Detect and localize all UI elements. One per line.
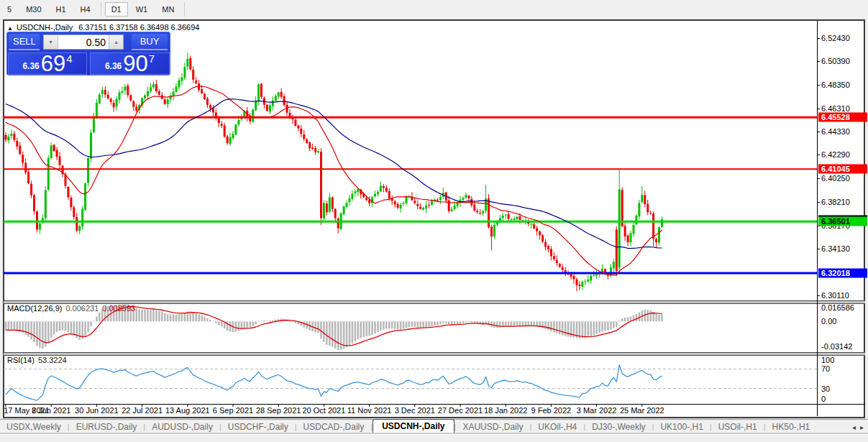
date-axis-label: 9 Feb 2022 [526,406,576,415]
price-axis-tick [817,155,820,155]
macd-signal-value: 0.008593 [102,304,135,313]
date-axis-label: 6 Sep 2021 [208,406,258,415]
chart-tab-ukoil[interactable]: UKOil-,H4 [531,420,583,433]
sell-price-display[interactable]: 6.36 69 4 [8,52,87,75]
chart-tab-usoil[interactable]: USOil-,H1 [712,420,764,433]
chart-tab-uk100[interactable]: UK100-,H1 [654,420,709,433]
price-axis-tick [817,132,820,132]
one-click-trading-panel: SELL ▼ ▲ BUY 6.36 69 4 6.36 90 7 [6,32,170,75]
timeframe-button-mn[interactable]: MN [155,2,181,17]
price-axis-label: 6.42290 [821,150,850,159]
price-axis-label: 6.44330 [821,127,850,136]
timeframe-button-m30[interactable]: M30 [19,2,47,17]
price-axis-label: 6.52430 [821,34,850,42]
price-axis-tick [817,249,820,249]
date-axis-label: 20 Oct 2021 [298,406,349,415]
rsi-name: RSI(14) [7,356,35,364]
price-axis-tick [817,85,820,86]
price-axis-tick [817,295,820,296]
chart-tab-usdcnh[interactable]: USDCNH-,Daily [373,419,454,433]
volume-decrease-button[interactable]: ▼ [44,35,58,49]
date-axis-label: 13 Aug 2021 [163,406,213,415]
timeframe-button-5[interactable]: 5 [1,2,18,17]
chart-tab-usdcad[interactable]: USDCAD-,Daily [297,420,371,433]
buy-button[interactable]: BUY [132,34,168,50]
chart-tab-dj30[interactable]: DJ30-,Weekly [585,420,652,433]
rsi-axis-label: 30 [821,385,830,393]
price-axis-tick [817,202,820,203]
date-axis-label: 3 Dec 2021 [390,406,440,415]
trading-platform-window: 5M30H1H4D1W1MN ▲USDCNH-,Daily6.37151 6.3… [0,0,868,442]
macd-main-value: 0.006231 [65,304,99,313]
buy-price-prefix: 6.36 [105,61,122,71]
price-axis-tick [817,38,820,39]
volume-input[interactable] [58,35,109,49]
price-axis-label: 6.34130 [821,244,850,253]
date-axis-label: 11 Nov 2021 [344,406,395,415]
toolbar-separator [184,2,185,17]
price-axis-label: 6.38210 [821,198,850,206]
date-axis-label: 22 Jul 2021 [117,406,168,415]
macd-axis-label: 0.016586 [821,303,854,312]
sell-button[interactable]: SELL [9,34,40,50]
macd-name: MACD(12,26,9) [7,304,62,313]
chart-tab-hk50[interactable]: HK50-,H1 [766,420,817,433]
chart-tab-usdx[interactable]: USDX,Weekly [0,420,68,433]
price-axis-tick [817,178,820,179]
chart-tab-eurusd[interactable]: EURUSD-,Daily [70,420,144,433]
buy-price-pip-digit: 7 [149,52,155,65]
price-axis-label: 6.30110 [821,291,849,300]
date-axis-label: 28 Sep 2021 [253,406,303,415]
rsi-axis-label: 0 [821,395,826,403]
chart-title: ▲USDCNH-,Daily6.37151 6.37158 6.36498 6.… [7,23,199,32]
chart-window[interactable] [3,19,865,418]
price-axis-label: 6.40250 [821,174,850,183]
date-axis-label: 18 Jan 2022 [480,406,531,415]
tab-scroll-left-button[interactable]: ◂ [852,423,856,431]
status-bar [0,434,868,442]
date-axis-label: 8 Jun 2021 [26,406,76,415]
price-level-badge: 6.45528 [818,113,867,122]
tab-scroll-right-button[interactable]: ▸ [860,423,864,431]
chart-ohlc-values: 6.37151 6.37158 6.36498 6.36694 [78,23,199,32]
chart-tab-xauusd[interactable]: XAUUSD-,Daily [456,420,529,433]
timeframe-button-h4[interactable]: H4 [74,2,97,17]
rsi-value: 53.3224 [38,356,67,364]
price-axis-label: 6.50390 [821,57,850,65]
macd-axis-label: -0.03142 [821,342,852,351]
date-axis-label: 25 Mar 2022 [617,406,667,415]
chart-tab-bar: USDX,Weekly|EURUSD-,Daily|AUDUSD-,Daily|… [0,419,868,434]
buy-price-display[interactable]: 6.36 90 7 [90,52,170,75]
timeframe-button-h1[interactable]: H1 [50,2,73,17]
price-level-badge: 6.36501 [818,217,867,226]
timeframe-button-d1[interactable]: D1 [105,2,128,17]
rsi-pane-separator[interactable] [4,352,865,356]
price-axis-label: 6.48350 [821,80,850,89]
price-axis-tick [817,109,820,109]
sell-price-pip-digit: 4 [66,52,72,65]
rsi-axis-label: 70 [821,364,830,373]
volume-stepper: ▼ ▲ [43,34,124,50]
rsi-axis-label: 100 [821,356,834,364]
price-level-badge: 6.32018 [818,269,867,278]
expand-triangle-icon[interactable]: ▲ [7,25,13,32]
price-level-badge: 6.41045 [818,165,867,174]
toolbar-separator [101,2,101,17]
price-axis-tick [817,61,820,62]
rsi-indicator-label: RSI(14)53.3224 [7,356,67,364]
rsi-pane-bottom-border [4,404,865,405]
chart-tab-usdchf[interactable]: USDCHF-,Daily [221,420,295,433]
sell-price-prefix: 6.36 [22,61,39,71]
timeframe-toolbar: 5M30H1H4D1W1MN [0,0,868,19]
macd-axis-label: 0.00 [821,317,836,326]
price-axis-border [817,21,818,416]
timeframe-button-w1[interactable]: W1 [129,2,155,17]
buy-price-big-digits: 90 [123,53,147,74]
sell-price-big-digits: 69 [41,53,65,74]
chart-tab-audusd[interactable]: AUDUSD-,Daily [145,420,219,433]
date-axis-label: 27 Dec 2021 [435,406,485,415]
chart-symbol-label: USDCNH-,Daily [17,23,73,32]
volume-increase-button[interactable]: ▲ [109,35,123,49]
date-axis-label: 3 Mar 2022 [572,406,622,415]
price-axis-label: 6.46310 [821,104,850,113]
